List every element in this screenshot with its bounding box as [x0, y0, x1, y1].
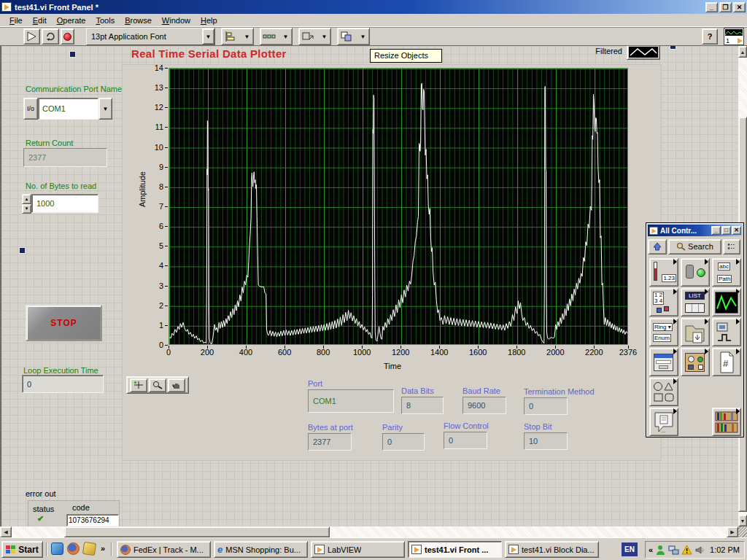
- close-button[interactable]: ✕: [733, 2, 746, 12]
- distribute-objects-button[interactable]: ▼: [260, 28, 293, 45]
- selection-handle[interactable]: [69, 51, 76, 58]
- bytes-to-read-control[interactable]: ▲ ▼ 1000: [22, 194, 98, 213]
- menu-help[interactable]: Help: [196, 15, 222, 26]
- start-button[interactable]: Start: [1, 541, 43, 558]
- front-panel: Real Time Serial Data Plotter Resize Obj…: [0, 46, 738, 526]
- pan-tool-button[interactable]: [168, 378, 185, 392]
- volume-icon[interactable]: [694, 545, 705, 556]
- palette-minimize-button[interactable]: _: [711, 226, 721, 235]
- palette-item-string-path[interactable]: abcPath: [712, 258, 741, 287]
- submenu-arrow-icon: [705, 289, 708, 295]
- quick-launch-firefox-icon[interactable]: [67, 542, 80, 555]
- palette-close-button[interactable]: ✕: [732, 226, 741, 235]
- y-tick-mark: [165, 167, 168, 168]
- termination-method-value: 0: [524, 397, 568, 415]
- run-continuous-button[interactable]: [42, 28, 59, 44]
- palette-toolbar: Search: [648, 238, 742, 255]
- bytes-to-read-value[interactable]: 1000: [31, 194, 98, 213]
- context-help-button[interactable]: ?: [702, 28, 718, 44]
- x-tick-label: 2200: [578, 348, 610, 357]
- y-tick-mark: [165, 286, 168, 287]
- legend-label[interactable]: Filtered: [580, 47, 622, 55]
- palette-item-ring-enum[interactable]: Ring ▾Enum: [649, 318, 678, 346]
- cursor-tool-button[interactable]: [130, 378, 147, 392]
- stop-button[interactable]: STOP: [26, 305, 102, 341]
- palette-options-button[interactable]: [723, 239, 740, 254]
- palette-item-array-matrix-cluster[interactable]: 1 23 4: [649, 288, 678, 316]
- menu-tools[interactable]: Tools: [90, 15, 120, 26]
- menu-window[interactable]: Window: [157, 15, 196, 26]
- resize-grip[interactable]: [738, 526, 747, 537]
- palette-search-button[interactable]: Search: [668, 239, 721, 254]
- task-button-2[interactable]: eMSN Shopping: Bu...: [214, 541, 308, 558]
- y-tick-label: 7: [144, 202, 163, 211]
- scroll-left-icon[interactable]: ◀: [0, 526, 12, 537]
- filtered-trace: [169, 83, 627, 344]
- palette-item-user-controls[interactable]: ...: [649, 408, 678, 436]
- run-button[interactable]: [23, 28, 40, 44]
- palette-maximize-button[interactable]: □: [721, 226, 731, 235]
- palette-item-classic-controls[interactable]: [681, 348, 710, 376]
- messenger-icon[interactable]: [655, 545, 666, 556]
- task-button-3[interactable]: LabVIEW: [311, 541, 405, 558]
- palette-item-io[interactable]: [712, 318, 741, 346]
- palette-item-select-a-control[interactable]: [712, 408, 741, 436]
- selection-handle[interactable]: [670, 46, 676, 50]
- palette-item-dialog-controls[interactable]: [649, 348, 678, 376]
- status-check-icon: ✔: [37, 514, 44, 524]
- menu-operate[interactable]: Operate: [52, 15, 91, 26]
- task-button-1[interactable]: FedEx | Track - M...: [117, 541, 211, 558]
- submenu-arrow-icon: [673, 349, 677, 354]
- palette-item-list-table[interactable]: LIST: [681, 288, 710, 316]
- font-selector-dropdown-icon[interactable]: ▼: [202, 28, 214, 44]
- alert-icon[interactable]: [681, 545, 692, 556]
- y-tick-mark: [165, 68, 168, 69]
- abort-button[interactable]: [61, 28, 74, 44]
- menu-file[interactable]: File: [4, 15, 28, 26]
- scroll-down-icon[interactable]: ▼: [738, 515, 747, 526]
- palette-item-numeric[interactable]: 1.23: [649, 258, 678, 287]
- palette-up-button[interactable]: [648, 239, 667, 254]
- waveform-chart[interactable]: [169, 68, 628, 345]
- network-icon[interactable]: [668, 545, 679, 556]
- restore-button[interactable]: ❐: [719, 2, 732, 12]
- language-indicator[interactable]: EN: [622, 542, 638, 556]
- y-tick-label: 2: [144, 301, 163, 310]
- increment-icon[interactable]: ▲: [22, 194, 31, 204]
- com-port-dropdown-icon[interactable]: ▼: [98, 98, 112, 120]
- scroll-up-icon[interactable]: ▲: [738, 46, 747, 58]
- task-button-4[interactable]: test41.vi Front ...: [408, 541, 502, 558]
- spinner: ▲ ▼: [22, 194, 31, 213]
- menu-browse[interactable]: Browse: [120, 15, 157, 26]
- menu-edit[interactable]: Edit: [28, 15, 52, 26]
- quick-launch-app-icon[interactable]: [82, 542, 96, 556]
- x-axis-title: Time: [384, 362, 401, 370]
- resize-objects-button[interactable]: ▼: [298, 28, 331, 45]
- x-tick-mark: [246, 346, 247, 349]
- selection-handle[interactable]: [19, 247, 26, 254]
- legend-swatch[interactable]: [627, 46, 660, 60]
- clock[interactable]: 1:02 PM: [710, 545, 741, 554]
- submenu-arrow-icon: [736, 349, 740, 354]
- decrement-icon[interactable]: ▼: [22, 204, 31, 214]
- minimize-button[interactable]: _: [705, 2, 718, 12]
- palette-item-refnum[interactable]: #: [712, 348, 741, 376]
- reorder-button[interactable]: ▼: [337, 28, 370, 45]
- quick-launch-overflow-chevron[interactable]: »: [101, 544, 105, 553]
- scroll-right-icon[interactable]: ▶: [727, 526, 738, 537]
- palette-item-containers[interactable]: [681, 318, 710, 346]
- palette-item-graph[interactable]: [712, 288, 741, 316]
- palette-item-decorations[interactable]: [649, 378, 678, 406]
- font-selector[interactable]: 13pt Application Font ▼: [86, 28, 215, 45]
- palette-item-boolean[interactable]: [681, 258, 710, 287]
- horizontal-scrollbar[interactable]: ◀ ▶: [0, 526, 738, 537]
- com-port-combo[interactable]: I/o COM1 ▼: [23, 98, 112, 120]
- palette-title-bar[interactable]: All Contr... _ □ ✕: [648, 225, 742, 236]
- task-button-5[interactable]: test41.vi Block Dia...: [505, 541, 599, 558]
- horizontal-scrollbar-thumb[interactable]: [64, 526, 330, 537]
- vi-icon[interactable]: 1: [724, 28, 744, 45]
- tray-expand-chevron[interactable]: «: [649, 545, 653, 554]
- zoom-tool-button[interactable]: [149, 378, 166, 392]
- align-objects-button[interactable]: ▼: [221, 28, 254, 45]
- quick-launch-desktop-icon[interactable]: [51, 542, 63, 555]
